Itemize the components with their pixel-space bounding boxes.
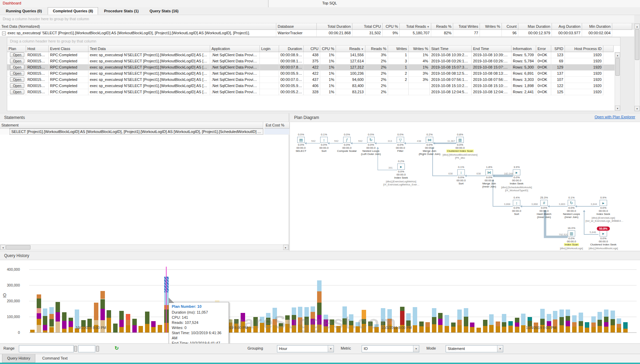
history-bar[interactable] bbox=[508, 269, 513, 332]
history-bar[interactable] bbox=[553, 269, 557, 332]
history-bar[interactable] bbox=[521, 269, 526, 332]
history-bar[interactable] bbox=[445, 269, 449, 332]
table-row[interactable]: OpenRD00155D9…RPC:Completedexec sp_execu… bbox=[7, 83, 620, 89]
column-header[interactable]: Host bbox=[26, 46, 49, 52]
tab-query-history[interactable]: Query History bbox=[2, 354, 35, 363]
summary-grid-header[interactable]: Text Data (Normalized)DatabaseTotal Dura… bbox=[0, 23, 634, 30]
plan-node-clustered-index-seek[interactable]: 50.8%▸0.0%00:00.0Clustered Index Seek[db… bbox=[585, 227, 621, 251]
history-bar[interactable] bbox=[515, 269, 519, 332]
history-bar[interactable] bbox=[138, 269, 143, 332]
scroll-down-icon[interactable]: ▼ bbox=[615, 106, 620, 111]
history-bar[interactable] bbox=[132, 269, 137, 332]
open-plan-button[interactable]: Open bbox=[10, 89, 24, 94]
column-header[interactable]: CPU % bbox=[383, 23, 400, 30]
history-bar[interactable] bbox=[56, 269, 60, 332]
column-header[interactable]: Writes % bbox=[409, 46, 430, 52]
column-header[interactable]: Duration bbox=[279, 46, 304, 52]
tab-procedure-stats[interactable]: Procedure Stats (1) bbox=[99, 7, 144, 15]
column-header[interactable]: Host Process ID bbox=[565, 46, 603, 52]
statements-header[interactable]: Statement Est Cost % bbox=[0, 122, 289, 129]
scroll-left-icon[interactable]: ◄ bbox=[0, 245, 5, 250]
history-bar[interactable] bbox=[476, 269, 481, 332]
history-bar[interactable] bbox=[413, 269, 417, 332]
statement-text[interactable]: SELECT [Project1].[WorkoutBlockLogID] AS… bbox=[10, 129, 263, 135]
column-header[interactable]: Plan bbox=[7, 46, 26, 52]
plan-node-index-seek[interactable]: 3.9%▸0.0%00:00.0Index Seek[dbo].[Schedul… bbox=[499, 166, 534, 192]
tab-top-sql[interactable]: Top SQL bbox=[269, 0, 640, 7]
history-bar[interactable] bbox=[611, 269, 615, 332]
history-bar[interactable] bbox=[43, 269, 47, 332]
collapse-icon[interactable]: − bbox=[2, 32, 6, 35]
history-bar[interactable] bbox=[62, 269, 67, 332]
plan-node-index-seek[interactable]: 0.9%▸0.0%00:00.0Index Seek[dbo].[Exercis… bbox=[585, 196, 621, 222]
history-bar[interactable] bbox=[100, 269, 105, 332]
history-bar[interactable] bbox=[591, 269, 596, 332]
column-header[interactable]: End Time bbox=[472, 46, 511, 52]
scrollbar-thumb[interactable] bbox=[615, 58, 620, 76]
summary-grid-row[interactable]: −exec sp_executesql 'SELECT [Project1].[… bbox=[0, 30, 634, 37]
range-input[interactable] bbox=[19, 345, 74, 352]
history-bar[interactable] bbox=[566, 269, 570, 332]
history-bar[interactable] bbox=[69, 269, 73, 332]
history-bar[interactable] bbox=[547, 269, 551, 332]
history-bar[interactable] bbox=[464, 269, 468, 332]
column-header[interactable]: Min Duration bbox=[582, 23, 612, 30]
history-bar[interactable] bbox=[451, 269, 456, 332]
range-slider-handle-right[interactable] bbox=[96, 346, 99, 352]
tab-completed-queries[interactable]: Completed Queries (8) bbox=[48, 7, 98, 15]
history-bar[interactable] bbox=[457, 269, 462, 332]
table-row[interactable]: OpenRD00155D9…RPC:Completedexec sp_execu… bbox=[7, 64, 620, 71]
history-bar[interactable] bbox=[483, 269, 487, 332]
open-plan-button[interactable]: Open bbox=[10, 52, 24, 57]
column-header[interactable]: Login bbox=[260, 46, 279, 52]
column-header[interactable]: Total Writes bbox=[453, 23, 480, 30]
history-bar[interactable] bbox=[438, 269, 443, 332]
tab-command-text[interactable]: Command Text bbox=[37, 354, 72, 363]
history-bar[interactable] bbox=[604, 269, 608, 332]
history-bar[interactable] bbox=[151, 269, 156, 332]
scroll-right-icon[interactable]: ► bbox=[283, 245, 288, 250]
metric-select[interactable]: IO ▼ bbox=[362, 345, 419, 352]
summary-text-data[interactable]: −exec sp_executesql 'SELECT [Project1].[… bbox=[0, 30, 276, 37]
column-header[interactable]: Writes % bbox=[480, 23, 502, 30]
column-header[interactable]: Reads % bbox=[431, 23, 453, 30]
plan-diagram-canvas[interactable]: 59259259231343811,367391638638182,0443,8… bbox=[290, 122, 640, 251]
range-slider-handle-left[interactable] bbox=[74, 346, 77, 352]
history-bar[interactable] bbox=[145, 269, 149, 332]
history-bar[interactable] bbox=[470, 269, 474, 332]
history-bar[interactable] bbox=[579, 269, 583, 332]
plan-node-nested-loops[interactable]: 0.1%↻0.0%00:00.0Nested Loops(Inner Join) bbox=[554, 196, 589, 219]
history-bar[interactable] bbox=[496, 269, 500, 332]
column-header[interactable]: Avg Duration bbox=[552, 23, 582, 30]
tab-dashboard[interactable]: Dashboard bbox=[0, 0, 268, 7]
scrollbar-thumb[interactable] bbox=[635, 29, 639, 60]
scroll-down-icon[interactable]: ▼ bbox=[635, 106, 640, 111]
history-bar[interactable] bbox=[528, 269, 532, 332]
column-header[interactable]: CPU bbox=[304, 46, 320, 52]
open-plan-button[interactable]: Open bbox=[10, 83, 24, 88]
column-header[interactable]: Reads ▼ bbox=[336, 46, 365, 52]
column-header[interactable]: Max Duration bbox=[518, 23, 552, 30]
history-bar[interactable] bbox=[597, 269, 602, 332]
group-by-bar[interactable]: Drag a column header here to group by th… bbox=[0, 15, 634, 23]
column-header[interactable]: Event Class bbox=[49, 46, 88, 52]
open-plan-button[interactable]: Open bbox=[10, 71, 24, 76]
history-bar[interactable] bbox=[585, 269, 589, 332]
history-bar[interactable] bbox=[107, 269, 111, 332]
history-bar[interactable] bbox=[559, 269, 564, 332]
scrollbar-thumb[interactable] bbox=[6, 245, 31, 250]
table-row[interactable]: OpenRD00155D9…RPC:Completedexec sp_execu… bbox=[7, 89, 620, 95]
history-bar[interactable] bbox=[406, 269, 411, 332]
history-bar[interactable] bbox=[572, 269, 577, 332]
history-bar[interactable] bbox=[49, 269, 54, 332]
column-header[interactable]: Application bbox=[210, 46, 260, 52]
column-header[interactable]: Text Data bbox=[88, 46, 210, 52]
history-bar[interactable] bbox=[489, 269, 494, 332]
scroll-up-icon[interactable]: ▲ bbox=[635, 24, 640, 29]
table-row[interactable]: OpenRD00155D9…RPC:Completedexec sp_execu… bbox=[7, 58, 620, 64]
column-header[interactable]: CPU % bbox=[320, 46, 336, 52]
open-plan-button[interactable]: Open bbox=[10, 77, 24, 82]
history-bar[interactable] bbox=[425, 269, 430, 332]
history-bar[interactable] bbox=[119, 269, 124, 332]
history-bar[interactable] bbox=[37, 269, 41, 332]
